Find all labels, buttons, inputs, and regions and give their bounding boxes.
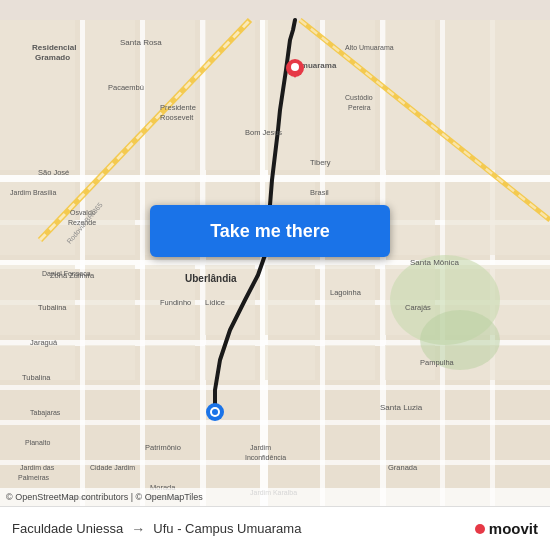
svg-text:Cidade Jardim: Cidade Jardim (90, 464, 135, 471)
svg-text:Roosevelt: Roosevelt (160, 113, 194, 122)
svg-text:Pampulha: Pampulha (420, 358, 455, 367)
svg-text:Patrimônio: Patrimônio (145, 443, 181, 452)
svg-text:Gramado: Gramado (35, 53, 70, 62)
svg-text:Tibery: Tibery (310, 158, 331, 167)
svg-text:Tubalina: Tubalina (38, 303, 67, 312)
svg-text:Jardim das: Jardim das (20, 464, 55, 471)
svg-text:Alto Umuarama: Alto Umuarama (345, 44, 394, 51)
moovit-dot (475, 524, 485, 534)
svg-text:Lagoinha: Lagoinha (330, 288, 362, 297)
route-info: Faculdade Uniessa → Ufu - Campus Umuaram… (12, 521, 301, 537)
arrow-icon: → (131, 521, 145, 537)
svg-point-105 (212, 409, 218, 415)
copyright-text: © OpenStreetMap contributors | © OpenMap… (6, 492, 203, 502)
svg-rect-45 (265, 345, 315, 380)
svg-text:Jaraguá: Jaraguá (30, 338, 58, 347)
svg-text:Granada: Granada (388, 463, 418, 472)
svg-text:Brasil: Brasil (310, 188, 329, 197)
app-name: moovit (489, 520, 538, 537)
svg-text:Lídice: Lídice (205, 298, 225, 307)
moovit-logo: moovit (475, 520, 538, 537)
svg-text:Presidente: Presidente (160, 103, 196, 112)
svg-rect-13 (320, 20, 325, 530)
svg-text:Daniel Fonseca: Daniel Fonseca (42, 270, 91, 277)
svg-point-102 (291, 63, 299, 71)
svg-text:Palmeiras: Palmeiras (18, 474, 50, 481)
to-label: Ufu - Campus Umuarama (153, 521, 301, 536)
svg-rect-37 (265, 265, 315, 335)
svg-rect-46 (325, 345, 375, 380)
svg-text:Tabajaras: Tabajaras (30, 409, 61, 417)
svg-rect-32 (445, 182, 550, 255)
svg-rect-38 (325, 265, 375, 335)
svg-text:Pacaembú: Pacaembú (108, 83, 144, 92)
map-background: Residencial Gramado Santa Rosa Pacaembú … (0, 0, 550, 550)
svg-text:Inconfidência: Inconfidência (245, 454, 286, 461)
svg-text:Residencial: Residencial (32, 43, 76, 52)
svg-text:Uberlândia: Uberlândia (185, 273, 237, 284)
svg-rect-31 (385, 182, 435, 255)
svg-text:Bom Jesus: Bom Jesus (245, 128, 282, 137)
svg-rect-44 (205, 345, 255, 380)
svg-rect-43 (145, 345, 195, 380)
svg-text:Santa Rosa: Santa Rosa (120, 38, 162, 47)
svg-text:Santa Mônica: Santa Mônica (410, 258, 459, 267)
copyright-bar: © OpenStreetMap contributors | © OpenMap… (0, 488, 550, 506)
svg-text:Carajás: Carajás (405, 303, 431, 312)
svg-text:São José: São José (38, 168, 69, 177)
svg-text:Jardim Brasília: Jardim Brasília (10, 189, 56, 196)
from-label: Faculdade Uniessa (12, 521, 123, 536)
svg-rect-10 (140, 20, 145, 530)
take-me-there-button[interactable]: Take me there (150, 205, 390, 257)
bottom-bar: Faculdade Uniessa → Ufu - Campus Umuaram… (0, 506, 550, 550)
svg-text:Tubalina: Tubalina (22, 373, 51, 382)
map-container: Residencial Gramado Santa Rosa Pacaembú … (0, 0, 550, 550)
svg-text:Planalto: Planalto (25, 439, 50, 446)
svg-text:Santa Luzia: Santa Luzia (380, 403, 423, 412)
svg-text:Fundinho: Fundinho (160, 298, 191, 307)
svg-text:Jardim: Jardim (250, 444, 271, 451)
svg-text:Pereira: Pereira (348, 104, 371, 111)
svg-text:Custódio: Custódio (345, 94, 373, 101)
svg-rect-42 (85, 345, 135, 380)
